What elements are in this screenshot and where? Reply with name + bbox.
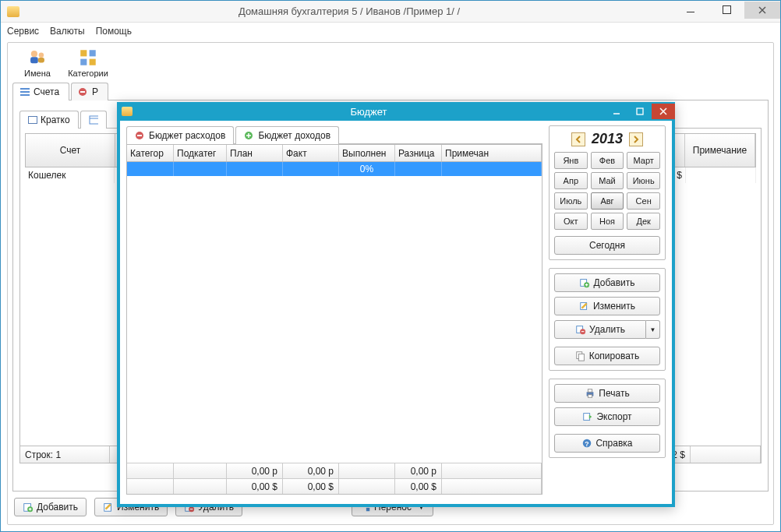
dialog-export-button[interactable]: Экспорт [554,407,660,426]
dialog-delete-dropdown[interactable]: ▼ [646,320,660,339]
subtab-partial[interactable] [80,111,107,129]
people-icon [27,48,48,68]
svg-rect-1 [30,57,38,63]
window-title: Домашняя бухгалтерия 5 / Иванов /Пример … [26,5,673,17]
col-note[interactable]: Примечание [685,134,755,167]
budget-totals: 0,00 р 0,00 р 0,00 р 0,00 $ 0,00 $ [127,463,542,494]
tab-accounts[interactable]: Счета [12,83,69,100]
menu-currencies[interactable]: Валюты [50,26,85,37]
dialog-print-button[interactable]: Печать [554,384,660,403]
main-toolbar: Имена Категории [12,48,769,79]
svg-text:?: ? [585,440,589,448]
col-diff[interactable]: Разница [395,145,442,161]
app-icon [7,6,19,17]
month-button-11[interactable]: Дек [627,213,660,230]
action-box-1: Добавить Изменить Удалить ▼ [549,268,666,371]
window-close-button[interactable] [744,2,780,19]
window-minimize-button[interactable] [673,2,709,19]
svg-rect-33 [578,354,584,361]
main-window: Домашняя бухгалтерия 5 / Иванов /Пример … [0,0,781,532]
menu-help[interactable]: Помощь [96,26,132,37]
plus-icon [244,131,255,140]
col-plan[interactable]: План [227,145,283,161]
tab-budget-expenses[interactable]: Бюджет расходов [126,126,234,144]
svg-rect-23 [637,108,643,115]
subtab-short[interactable]: Кратко [19,111,79,129]
year-next-button[interactable] [629,132,643,146]
month-button-5[interactable]: Июнь [627,172,660,189]
tab-accounts-label: Счета [34,86,59,97]
month-button-2[interactable]: Март [627,152,660,169]
year-prev-button[interactable] [571,132,585,146]
toolbar-names-button[interactable]: Имена [12,48,62,78]
dialog-print-label: Печать [599,388,629,399]
content-area: Имена Категории Счета Р Кратко [7,42,774,525]
tab-expenses-partial[interactable]: Р [71,83,108,100]
month-button-0[interactable]: Янв [554,152,588,169]
col-category[interactable]: Категор [127,145,174,161]
budget-top-row[interactable]: 0% [127,162,542,176]
tab-r-label: Р [92,86,98,97]
month-button-8[interactable]: Сен [627,192,660,210]
month-button-6[interactable]: Июль [554,192,588,210]
month-button-7[interactable]: Авг [591,192,624,210]
month-button-1[interactable]: Фев [591,152,624,169]
svg-rect-4 [80,50,87,56]
month-button-4[interactable]: Май [591,172,624,189]
svg-rect-7 [90,59,96,65]
window-maximize-button[interactable] [709,2,744,19]
dialog-help-button[interactable]: ? Справка [554,434,660,453]
chevron-down-icon: ▼ [650,326,656,333]
dialog-minimize-button[interactable] [605,104,628,119]
month-button-9[interactable]: Окт [554,213,588,230]
total-plan-rub: 0,00 р [227,463,283,478]
col-subcategory[interactable]: Подкатег [174,145,227,161]
date-picker: 2013 ЯнвФевМартАпрМайИюньИюльАвгСенОктНо… [549,125,666,260]
svg-rect-6 [80,59,87,65]
svg-rect-5 [90,50,96,56]
col-account[interactable]: Счет [26,134,115,167]
help-icon: ? [581,438,592,449]
svg-rect-25 [137,135,142,136]
tab-budget-expenses-label: Бюджет расходов [149,130,225,141]
dialog-copy-button[interactable]: Копировать [554,347,660,365]
dialog-add-button[interactable]: Добавить [554,273,660,292]
dialog-maximize-button[interactable] [628,104,652,119]
chevron-right-icon [633,136,639,143]
col-fact[interactable]: Факт [283,145,339,161]
svg-rect-35 [588,389,592,393]
year-label: 2013 [592,131,623,147]
today-button[interactable]: Сегодня [554,236,660,255]
svg-rect-37 [584,414,590,421]
action-box-2: Печать Экспорт ? Справка [549,379,666,458]
add-icon [23,502,34,513]
svg-point-2 [39,53,44,58]
total-diff-rub: 0,00 р [395,463,442,478]
dialog-copy-label: Копировать [589,351,640,361]
tab-budget-income[interactable]: Бюджет доходов [235,126,339,144]
col-done[interactable]: Выполнен [339,145,395,161]
dialog-delete-button[interactable]: Удалить [554,320,646,339]
minus-icon [78,87,89,97]
month-button-10[interactable]: Ноя [591,213,624,230]
dialog-close-button[interactable] [652,104,675,119]
dialog-delete-label: Удалить [589,324,625,335]
budget-table-header: Категор Подкатег План Факт Выполнен Разн… [127,145,542,162]
col-note[interactable]: Примечан [442,145,542,161]
add-icon [579,277,590,288]
add-button-label: Добавить [37,502,78,513]
svg-point-0 [31,51,37,57]
list-icon [19,87,30,97]
toolbar-categories-button[interactable]: Категории [63,48,113,78]
dialog-edit-label: Изменить [593,301,635,312]
dialog-titlebar: Бюджет [117,102,675,121]
month-button-3[interactable]: Апр [554,172,588,189]
menu-service[interactable]: Сервис [7,26,39,37]
total-fact-usd: 0,00 $ [283,479,339,494]
export-icon [582,411,593,422]
dialog-edit-button[interactable]: Изменить [554,297,660,315]
svg-rect-3 [38,58,44,63]
titlebar: Домашняя бухгалтерия 5 / Иванов /Пример … [1,1,780,23]
add-button[interactable]: Добавить [14,498,87,516]
total-fact-rub: 0,00 р [283,463,339,478]
